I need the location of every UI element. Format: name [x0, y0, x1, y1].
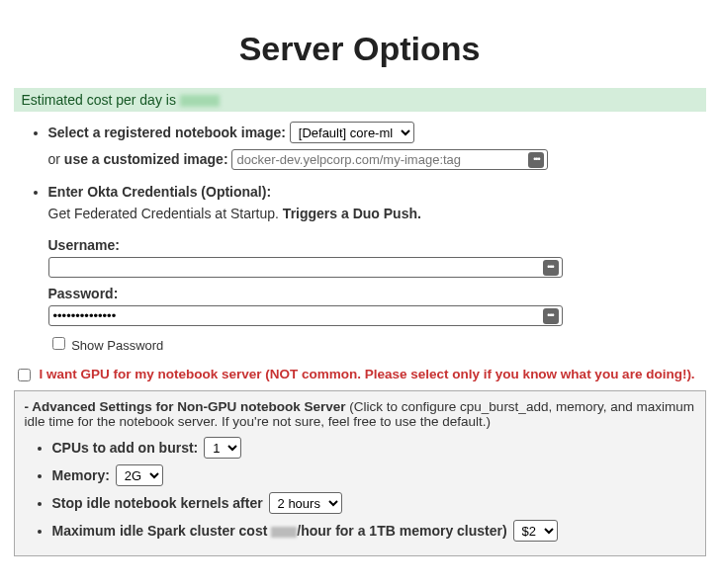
cost-estimate-value-redacted — [180, 95, 220, 107]
username-input[interactable] — [48, 257, 563, 278]
okta-header: Enter Okta Credentials (Optional): — [48, 184, 272, 200]
cost-estimate-label: Estimated cost per day is — [22, 92, 180, 108]
ellipsis-icon[interactable]: ••• — [543, 308, 559, 324]
idle-kernel-label: Stop idle notebook kernels after — [52, 495, 263, 511]
cost-estimate-bar: Estimated cost per day is — [14, 88, 706, 112]
okta-desc-bold: Triggers a Duo Push. — [283, 206, 421, 221]
image-select[interactable]: [Default] core-ml — [290, 122, 414, 143]
show-password-label[interactable]: Show Password — [71, 338, 163, 353]
select-image-label: Select a registered notebook image: — [48, 125, 286, 140]
memory-item: Memory: 2G — [52, 464, 695, 486]
spark-cost-select[interactable]: $2 — [513, 520, 558, 542]
ellipsis-icon[interactable]: ••• — [528, 152, 544, 168]
or-text: or — [48, 151, 64, 167]
okta-section: Enter Okta Credentials (Optional): Get F… — [48, 184, 706, 353]
spark-cost-item: Maximum idle Spark cluster cost /hour fo… — [52, 520, 695, 542]
password-label: Password: — [48, 286, 706, 301]
memory-select[interactable]: 2G — [116, 464, 163, 486]
gpu-checkbox[interactable] — [18, 369, 31, 381]
cpu-burst-select[interactable]: 1 — [204, 437, 241, 459]
idle-kernel-item: Stop idle notebook kernels after 2 hours — [52, 492, 695, 514]
spark-redacted-value — [271, 527, 297, 538]
custom-image-label: use a customized image: — [64, 151, 228, 167]
advanced-header[interactable]: - Advanced Settings for Non-GPU notebook… — [25, 399, 695, 429]
cpu-burst-item: CPUs to add on burst: 1 — [52, 437, 695, 459]
spark-label-post: /hour for a 1TB memory cluster) — [297, 523, 506, 539]
password-input[interactable] — [48, 305, 563, 326]
show-password-checkbox[interactable] — [52, 337, 65, 350]
memory-label: Memory: — [52, 467, 110, 483]
custom-image-input[interactable] — [231, 149, 548, 170]
cpu-burst-label: CPUs to add on burst: — [52, 440, 199, 456]
ellipsis-icon[interactable]: ••• — [543, 260, 559, 276]
gpu-label: I want GPU for my notebook server (NOT c… — [40, 367, 695, 381]
spark-label-pre: Maximum idle Spark cluster cost — [52, 523, 272, 539]
advanced-settings-box: - Advanced Settings for Non-GPU notebook… — [14, 390, 706, 556]
okta-desc-pre: Get Federated Credentials at Startup. — [48, 206, 283, 221]
page-title: Server Options — [14, 30, 706, 68]
advanced-header-lead: - Advanced Settings for Non-GPU notebook… — [25, 399, 346, 414]
idle-kernel-select[interactable]: 2 hours — [269, 492, 342, 514]
image-selection-item: Select a registered notebook image: [Def… — [48, 122, 706, 170]
username-label: Username: — [48, 237, 706, 253]
